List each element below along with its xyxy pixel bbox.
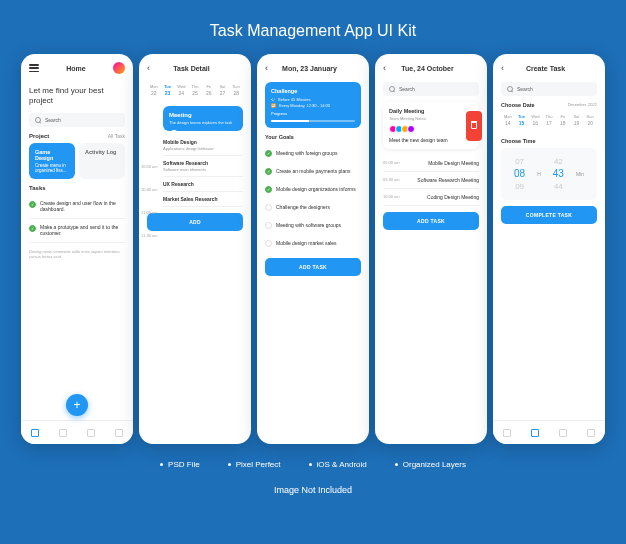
day-num: 24 <box>174 90 188 96</box>
all-task-link[interactable]: All Task <box>108 133 125 139</box>
nav-home-icon[interactable] <box>503 429 511 437</box>
goal-text: Challenge the designers <box>276 204 330 210</box>
bullet-icon <box>228 463 231 466</box>
task-item[interactable]: Make a prototype and send it to the cust… <box>29 219 125 243</box>
day-num: 20 <box>583 120 597 126</box>
project-card-game-design[interactable]: Game Design Create menu in organized fis… <box>29 143 75 179</box>
day-name: Wed <box>528 114 542 119</box>
feature-item: iOS & Android <box>309 460 367 469</box>
week-selector[interactable]: Mon14 Tue15 Wed16 Thu17 Fri18 Sat19 Sun2… <box>501 112 597 132</box>
back-icon[interactable]: ‹ <box>265 63 268 73</box>
day-name: Tue <box>161 84 175 89</box>
day-name: Sat <box>570 114 584 119</box>
day-num: 16 <box>528 120 542 126</box>
project-card-title: Activity Log <box>85 149 119 155</box>
page-title: Mon, 23 January <box>282 65 337 72</box>
challenge-title: Challenge <box>271 88 355 94</box>
bullet-icon <box>395 463 398 466</box>
add-task-button[interactable]: ADD TASK <box>383 212 479 230</box>
meeting-card[interactable]: Meeting The design teams explores the ta… <box>163 106 243 131</box>
day-name: Sun <box>229 84 243 89</box>
nav-calendar-icon[interactable] <box>59 429 67 437</box>
task-item[interactable]: Create design and user flow in the dashb… <box>29 195 125 219</box>
search-input[interactable]: Search <box>501 82 597 96</box>
add-button[interactable]: ADD <box>147 213 243 231</box>
time-row[interactable]: 09.30 amSoftware Research Meeting <box>383 172 479 189</box>
picker-hour: 09 <box>514 181 525 192</box>
day-name: Thu <box>542 114 556 119</box>
check-icon[interactable] <box>29 225 36 232</box>
date-sub: December, 2022 <box>568 102 597 107</box>
delete-button[interactable] <box>466 111 482 141</box>
challenge-line: 🔁Every Monday, 12:30 - 14:00 <box>271 103 355 108</box>
check-icon[interactable] <box>265 222 272 229</box>
week-selector[interactable]: Mon22 Tue23 Wed24 Thu25 Fri26 Sat27 Sun2… <box>147 82 243 102</box>
check-icon[interactable] <box>265 204 272 211</box>
detail-item[interactable]: UX Research <box>163 177 243 192</box>
search-input[interactable]: Search <box>383 82 479 96</box>
day-name: Tue <box>515 114 529 119</box>
complete-task-button[interactable]: COMPLETE TASK <box>501 206 597 224</box>
goal-item[interactable]: Mobile design organizations informs <box>265 180 361 198</box>
nav-bell-icon[interactable] <box>559 429 567 437</box>
page-title: Home <box>66 65 85 72</box>
check-icon[interactable] <box>265 150 272 157</box>
day-num: 22 <box>147 90 161 96</box>
detail-title: Software Research <box>163 160 243 166</box>
day-name: Mon <box>147 84 161 89</box>
time-label: 09.30 am <box>383 177 400 183</box>
disclaimer-text: Image Not Included <box>0 485 626 495</box>
menu-icon[interactable] <box>29 64 39 72</box>
goal-item[interactable]: Create an mobile payments plans <box>265 162 361 180</box>
day-name: Mon <box>501 114 515 119</box>
goal-item[interactable]: Meeting with foreign groups <box>265 144 361 162</box>
challenge-card[interactable]: Challenge ⏱Before 45 Minutes 🔁Every Mond… <box>265 82 361 128</box>
goals-section-label: Your Goals <box>265 134 361 140</box>
nav-calendar-icon[interactable] <box>531 429 539 437</box>
check-icon[interactable] <box>265 168 272 175</box>
back-icon[interactable]: ‹ <box>383 63 386 73</box>
nav-home-icon[interactable] <box>31 429 39 437</box>
fab-add-button[interactable]: + <box>66 394 88 416</box>
day-num: 17 <box>542 120 556 126</box>
phone-row: Home Let me find your best project Searc… <box>0 54 626 444</box>
feature-item: PSD File <box>160 460 200 469</box>
meeting-desc: The design teams explores the task <box>169 120 237 125</box>
detail-item[interactable]: Software ResearchSoftware main elements <box>163 156 243 177</box>
screen-home: Home Let me find your best project Searc… <box>21 54 133 444</box>
daily-meeting-card[interactable]: Daily Meeting Team Meeting Notes Meet th… <box>383 102 479 149</box>
daily-card-text: Meet the new design team <box>389 137 473 143</box>
goal-item[interactable]: Meeting with software groups <box>265 216 361 234</box>
nav-bell-icon[interactable] <box>87 429 95 437</box>
nav-profile-icon[interactable] <box>587 429 595 437</box>
avatar-icon <box>169 130 179 140</box>
day-name: Fri <box>202 84 216 89</box>
search-input[interactable]: Search <box>29 113 125 127</box>
avatar[interactable] <box>113 62 125 74</box>
time-column: 10.00 am 10.30 am 11.00 am 11.30 am <box>141 164 158 256</box>
check-icon[interactable] <box>265 186 272 193</box>
search-icon <box>507 86 513 92</box>
back-icon[interactable]: ‹ <box>147 63 150 73</box>
day-num: 25 <box>188 90 202 96</box>
nav-profile-icon[interactable] <box>115 429 123 437</box>
check-icon[interactable] <box>29 201 36 208</box>
time-row[interactable]: 10.00 amCoding Design Meeting <box>383 189 479 206</box>
project-card-activity[interactable]: Activity Log <box>79 143 125 179</box>
detail-sub: Software main elements <box>163 167 243 172</box>
goal-item[interactable]: Mobile design market sales <box>265 234 361 252</box>
goal-item[interactable]: Challenge the designers <box>265 198 361 216</box>
day-num: 26 <box>202 90 216 96</box>
project-card-desc: Create menu in organized fiss... <box>35 163 69 173</box>
avatar-group <box>389 125 473 133</box>
project-section-label: Project <box>29 133 49 139</box>
add-task-button[interactable]: ADD TASK <box>265 258 361 276</box>
progress-bar <box>271 120 355 122</box>
check-icon[interactable] <box>265 240 272 247</box>
detail-item[interactable]: Market Sales Research <box>163 192 243 207</box>
goal-text: Mobile design market sales <box>276 240 337 246</box>
picker-min: 44 <box>553 181 564 192</box>
time-row[interactable]: 09.00 amMobile Design Meeting <box>383 155 479 172</box>
back-icon[interactable]: ‹ <box>501 63 504 73</box>
time-picker[interactable]: 07 08 09 H 42 43 44 Min <box>501 148 597 200</box>
